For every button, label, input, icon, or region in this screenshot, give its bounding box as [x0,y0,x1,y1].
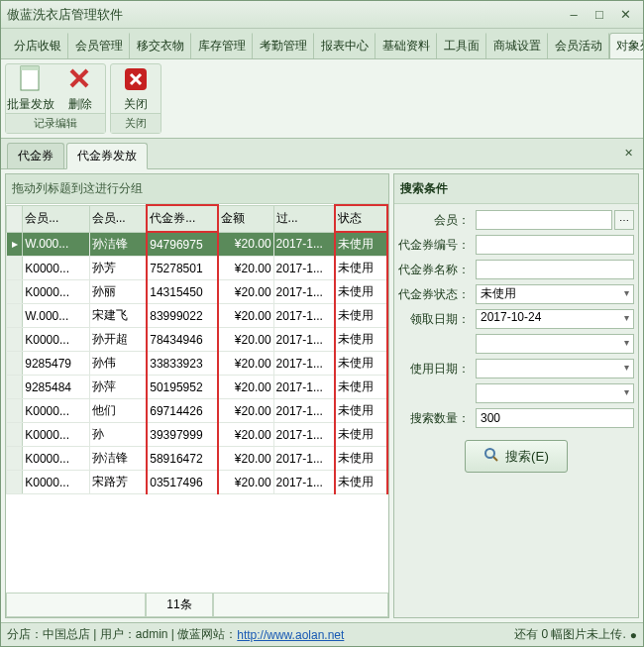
voucher-grid[interactable]: 会员...会员...代金券...金额过... 状态▸W.000...孙洁锋947… [6,204,388,494]
close-tab-icon[interactable]: ✕ [620,143,637,168]
table-row[interactable]: ▸W.000...孙洁锋94796975¥20.002017-1...未使用 [7,232,388,257]
close-red-icon [121,64,151,94]
col-header[interactable]: 状态 [335,205,388,232]
close-button[interactable]: ✕ [613,6,637,24]
batch-issue-button[interactable]: 批量发放 [6,64,55,113]
ribbon-group-edit: 批量发放 删除 记录编辑 [5,63,106,134]
main-tab-10[interactable]: 对象列 [609,33,643,59]
chevron-down-icon: ▾ [624,312,629,323]
table-row[interactable]: K0000...孙丽14315450¥20.002017-1...未使用 [7,280,388,304]
svg-point-7 [485,449,494,458]
main-tab-1[interactable]: 会员管理 [68,33,130,58]
search-qty-input[interactable] [476,408,634,428]
sub-tabs: 代金券代金券发放✕ [1,139,643,169]
main-tab-7[interactable]: 工具面 [437,33,486,58]
grid-footer: 11条 [6,593,388,617]
website-link[interactable]: http://www.aolan.net [237,628,344,642]
col-header[interactable]: 会员... [89,205,147,232]
receive-date-to-combo[interactable]: ▾ [476,334,634,354]
voucher-name-input[interactable] [476,260,634,279]
table-row[interactable]: K0000...宋路芳03517496¥20.002017-1...未使用 [7,471,388,494]
table-row[interactable]: 9285479孙伟33833923¥20.002017-1...未使用 [7,352,388,376]
grid-wrap: 会员...会员...代金券...金额过... 状态▸W.000...孙洁锋947… [6,204,388,593]
receive-date-combo[interactable]: 2017-10-24▾ [476,309,634,329]
content-area: 拖动列标题到这进行分组 会员...会员...代金券...金额过... 状态▸W.… [1,169,643,622]
sub-tab-1[interactable]: 代金券发放 [66,143,148,169]
ribbon-group-close: 关闭 关闭 [110,63,161,134]
status-left: 分店：中国总店 | 用户：admin | 傲蓝网站： [7,626,237,643]
table-row[interactable]: K0000...他们69714426¥20.002017-1...未使用 [7,399,388,423]
grid-panel: 拖动列标题到这进行分组 会员...会员...代金券...金额过... 状态▸W.… [5,173,389,618]
main-tab-3[interactable]: 库存管理 [191,33,253,58]
col-header[interactable]: 代金券... [147,205,218,232]
table-row[interactable]: 9285484孙萍50195952¥20.002017-1...未使用 [7,376,388,399]
main-tab-0[interactable]: 分店收银 [7,33,68,58]
group-by-bar[interactable]: 拖动列标题到这进行分组 [6,174,388,204]
table-row[interactable]: K0000...孙39397999¥20.002017-1...未使用 [7,423,388,447]
main-tab-2[interactable]: 移交衣物 [130,33,191,58]
ribbon-group-label: 记录编辑 [6,113,105,133]
main-tab-4[interactable]: 考勤管理 [253,33,314,58]
search-form: 会员：⋯ 代金券编号： 代金券名称： 代金券状态：未使用▾ 领取日期：2017-… [394,204,638,479]
row-count: 11条 [146,593,213,617]
voucher-status-combo[interactable]: 未使用▾ [476,284,634,304]
main-tab-6[interactable]: 基础资料 [376,33,437,58]
maximize-button[interactable]: □ [588,6,611,24]
titlebar: 傲蓝洗衣店管理软件 – □ ✕ [1,1,643,29]
search-button[interactable]: 搜索(E) [465,440,568,473]
sub-tab-0[interactable]: 代金券 [7,143,64,168]
app-window: 傲蓝洗衣店管理软件 – □ ✕ 分店收银会员管理移交衣物库存管理考勤管理报表中心… [0,0,644,647]
status-dot: ● [630,628,637,642]
ribbon: 批量发放 删除 记录编辑 关闭 关闭 [1,59,643,139]
table-row[interactable]: K0000...孙芳75278501¥20.002017-1...未使用 [7,257,388,280]
svg-line-8 [493,457,497,461]
use-date-combo[interactable]: ▾ [476,359,634,378]
member-input[interactable] [476,210,612,230]
col-header[interactable]: 金额 [218,205,273,232]
document-icon [16,64,46,94]
table-row[interactable]: K0000...孙开超78434946¥20.002017-1...未使用 [7,328,388,352]
col-header[interactable]: 过... [273,205,334,232]
chevron-down-icon: ▾ [624,337,629,348]
main-tabs: 分店收银会员管理移交衣物库存管理考勤管理报表中心基础资料工具面商城设置会员活动对… [1,29,643,59]
main-tab-5[interactable]: 报表中心 [314,33,376,58]
main-tab-8[interactable]: 商城设置 [486,33,548,58]
statusbar: 分店：中国总店 | 用户：admin | 傲蓝网站： http://www.ao… [1,622,643,646]
table-row[interactable]: K0000...孙洁锋58916472¥20.002017-1...未使用 [7,447,388,471]
voucher-no-input[interactable] [476,235,634,255]
close-panel-button[interactable]: 关闭 [111,64,161,113]
chevron-down-icon: ▾ [624,386,629,397]
svg-rect-1 [21,66,39,70]
use-date-to-combo[interactable]: ▾ [476,383,634,403]
chevron-down-icon: ▾ [624,287,629,298]
ribbon-group-label: 关闭 [111,113,161,133]
col-header[interactable]: 会员... [23,205,89,232]
window-title: 傲蓝洗衣店管理软件 [7,6,560,24]
delete-x-icon [65,64,95,94]
table-row[interactable]: W.000...宋建飞83999022¥20.002017-1...未使用 [7,304,388,328]
member-lookup-button[interactable]: ⋯ [614,210,634,230]
minimize-button[interactable]: – [562,6,586,24]
delete-button[interactable]: 删除 [55,64,105,113]
search-panel: 搜索条件 会员：⋯ 代金券编号： 代金券名称： 代金券状态：未使用▾ 领取日期：… [393,173,639,618]
chevron-down-icon: ▾ [624,362,629,373]
main-tab-9[interactable]: 会员活动 [548,33,609,58]
search-title: 搜索条件 [394,174,638,204]
status-right: 还有 0 幅图片未上传. [514,626,626,643]
magnifier-icon [483,447,499,466]
